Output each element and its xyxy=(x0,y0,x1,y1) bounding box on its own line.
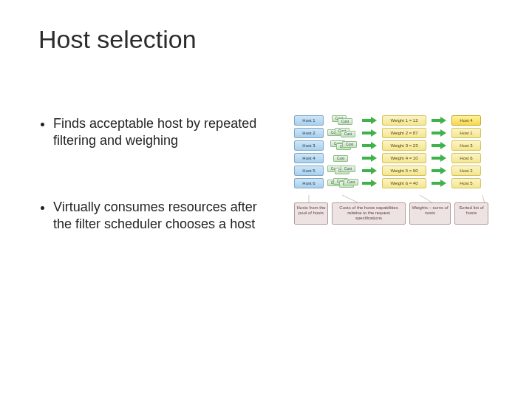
cost-pile: Cost xyxy=(327,153,357,163)
sorted-host-box: Host 1 xyxy=(451,128,481,138)
bullet-list: Finds acceptable host by repeated filter… xyxy=(43,115,272,282)
sorted-host-box: Host 3 xyxy=(451,140,481,151)
host-box: Host 2 xyxy=(294,128,324,138)
cost-pile: Cost Cost Cost xyxy=(327,140,357,151)
host-selection-diagram: Host 1 Host 2 Host 3 Host 4 Host 5 Host … xyxy=(294,115,508,188)
arrow-right-icon xyxy=(430,178,448,188)
arrow-right-icon xyxy=(361,178,378,188)
arrow-right-icon xyxy=(430,140,448,151)
arrow-right-icon xyxy=(361,140,378,151)
weight-box: Weight 5 = 90 xyxy=(382,166,426,176)
cost-pile: Cost Cost Cost Cost xyxy=(327,178,357,188)
arrows-column xyxy=(361,115,378,188)
arrow-right-icon xyxy=(430,153,448,163)
bullet-item: Virtually consumes resources after the f… xyxy=(53,199,272,232)
caption-sorted: Sorted list of hosts xyxy=(454,202,488,225)
weight-box: Weight 6 = 40 xyxy=(382,178,426,188)
sorted-host-box: Host 6 xyxy=(451,153,481,163)
host-box: Host 1 xyxy=(294,115,324,126)
caption-row: Hosts from the pool of hosts Costs of th… xyxy=(294,202,508,225)
arrows-column xyxy=(430,115,448,188)
weight-box: Weight 3 = 23 xyxy=(382,140,426,151)
cost-pile: Cost Cost Cost xyxy=(327,128,357,138)
weights-column: Weight 1 = 12 Weight 2 = 87 Weight 3 = 2… xyxy=(382,115,426,188)
cost-tile: Cost xyxy=(344,179,358,185)
cost-tile: Cost xyxy=(333,155,348,162)
sorted-host-box: Host 2 xyxy=(451,166,481,176)
host-box: Host 3 xyxy=(294,140,324,151)
bullet-item: Finds acceptable host by repeated filter… xyxy=(53,115,272,149)
cost-pile: Cost Cost Cost xyxy=(327,166,357,176)
arrow-right-icon xyxy=(361,115,378,126)
weight-box: Weight 2 = 87 xyxy=(382,128,426,138)
weight-box: Weight 1 = 12 xyxy=(382,115,426,126)
sorted-host-box: Host 5 xyxy=(451,178,481,188)
costs-column: Cost Cost Cost Cost Cost Cost Cost Cost … xyxy=(327,115,357,188)
hosts-column: Host 1 Host 2 Host 3 Host 4 Host 5 Host … xyxy=(294,115,324,188)
cost-tile: Cost xyxy=(341,166,355,172)
cost-tile: Cost xyxy=(338,118,352,125)
sorted-host-box: Host 4 xyxy=(451,115,481,126)
slide: Host selection Finds acceptable host by … xyxy=(0,0,532,399)
host-box: Host 5 xyxy=(294,166,324,176)
host-box: Host 6 xyxy=(294,178,324,188)
cost-tile: Cost xyxy=(342,141,357,148)
cost-pile: Cost Cost xyxy=(327,115,357,126)
weight-box: Weight 4 = 10 xyxy=(382,153,426,163)
arrow-right-icon xyxy=(361,166,378,176)
sorted-column: Host 4 Host 1 Host 3 Host 6 Host 2 Host … xyxy=(451,115,481,188)
arrow-right-icon xyxy=(430,166,448,176)
arrow-right-icon xyxy=(361,128,378,138)
arrow-right-icon xyxy=(430,128,448,138)
arrow-right-icon xyxy=(361,153,378,163)
caption-weights: Weights – sums of costs xyxy=(409,202,451,225)
cost-tile: Cost xyxy=(341,131,355,137)
host-box: Host 4 xyxy=(294,153,324,163)
caption-costs: Costs of the hosts capabilities relative… xyxy=(332,202,406,225)
caption-hosts: Hosts from the pool of hosts xyxy=(294,202,328,225)
slide-title: Host selection xyxy=(38,25,197,54)
arrow-right-icon xyxy=(430,115,448,126)
